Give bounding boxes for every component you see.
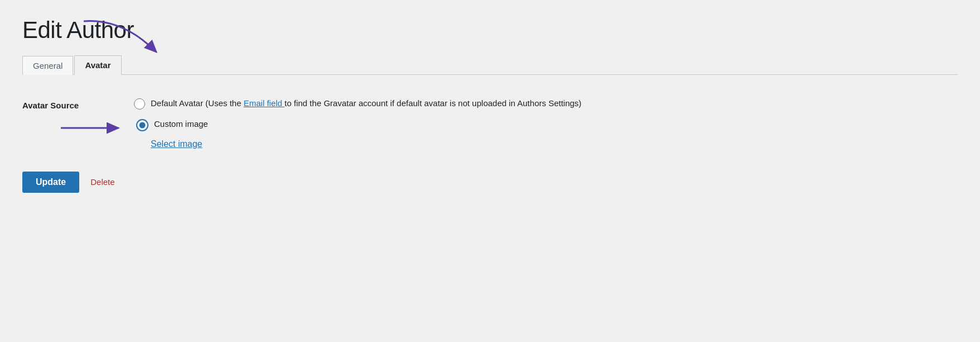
footer-actions: Update Delete bbox=[22, 172, 958, 193]
default-avatar-radio[interactable] bbox=[134, 98, 145, 110]
default-avatar-text-suffix: to find the Gravatar account if default … bbox=[285, 98, 582, 108]
tabs-container: General Avatar bbox=[22, 55, 958, 75]
page-title: Edit Author bbox=[22, 17, 958, 44]
tab-avatar[interactable]: Avatar bbox=[74, 55, 121, 75]
custom-image-label: Custom image bbox=[154, 118, 208, 131]
arrow-to-custom-image bbox=[58, 118, 125, 140]
delete-button[interactable]: Delete bbox=[90, 177, 114, 187]
custom-image-option: Custom image bbox=[136, 118, 636, 131]
avatar-source-label: Avatar Source bbox=[22, 97, 134, 110]
email-field-link[interactable]: Email field bbox=[243, 98, 284, 108]
svg-point-4 bbox=[140, 122, 146, 128]
custom-image-text: Custom image bbox=[154, 119, 208, 129]
update-button[interactable]: Update bbox=[22, 172, 79, 193]
custom-image-radio-svg bbox=[136, 119, 148, 131]
avatar-source-options: Default Avatar (Uses the Email field to … bbox=[134, 97, 636, 149]
default-avatar-option: Default Avatar (Uses the Email field to … bbox=[134, 97, 636, 110]
default-avatar-text-prefix: Default Avatar (Uses the bbox=[151, 98, 243, 108]
select-image-link[interactable]: Select image bbox=[151, 139, 636, 149]
tab-general[interactable]: General bbox=[22, 56, 73, 75]
avatar-source-section: Avatar Source Default Avatar (Uses the E… bbox=[22, 92, 958, 149]
default-avatar-label: Default Avatar (Uses the Email field to … bbox=[151, 97, 582, 110]
custom-image-radio-wrapper[interactable] bbox=[136, 119, 148, 131]
